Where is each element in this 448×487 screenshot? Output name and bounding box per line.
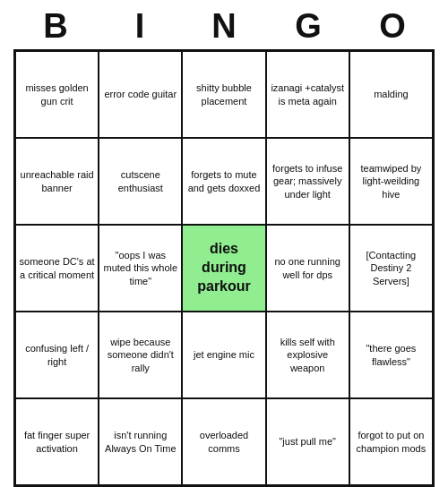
- bingo-cell-22[interactable]: overloaded comms: [182, 398, 265, 485]
- bingo-cell-14[interactable]: [Contacting Destiny 2 Servers]: [349, 225, 433, 312]
- bingo-cell-24[interactable]: forgot to put on champion mods: [349, 398, 433, 485]
- bingo-letter-n: N: [188, 7, 260, 46]
- bingo-letter-g: G: [272, 7, 344, 46]
- bingo-cell-23[interactable]: "just pull me": [266, 398, 349, 485]
- bingo-letter-i: I: [104, 7, 176, 46]
- bingo-cell-17[interactable]: jet engine mic: [182, 312, 265, 398]
- bingo-cell-19[interactable]: "there goes flawless": [349, 312, 433, 398]
- bingo-cell-20[interactable]: fat finger super activation: [15, 398, 99, 485]
- bingo-cell-7[interactable]: forgets to mute and gets doxxed: [182, 138, 265, 225]
- bingo-cell-16[interactable]: wipe because someone didn't rally: [99, 312, 182, 398]
- bingo-letter-b: B: [20, 7, 91, 46]
- bingo-cell-9[interactable]: teamwiped by light-weilding hive: [349, 138, 433, 225]
- bingo-cell-0[interactable]: misses golden gun crit: [15, 51, 99, 138]
- bingo-header: BINGO: [13, 0, 435, 49]
- bingo-grid: misses golden gun criterror code guitars…: [13, 49, 435, 487]
- bingo-cell-4[interactable]: malding: [349, 51, 433, 138]
- bingo-cell-2[interactable]: shitty bubble placement: [182, 51, 265, 138]
- bingo-cell-10[interactable]: someone DC's at a critical moment: [15, 225, 99, 312]
- bingo-cell-15[interactable]: confusing left / right: [15, 312, 99, 398]
- bingo-cell-5[interactable]: unreachable raid banner: [15, 138, 99, 225]
- bingo-letter-o: O: [357, 7, 428, 46]
- bingo-cell-6[interactable]: cutscene enthusiast: [99, 138, 182, 225]
- bingo-cell-3[interactable]: izanagi +catalyst is meta again: [266, 51, 349, 138]
- bingo-cell-13[interactable]: no one running well for dps: [266, 225, 349, 312]
- bingo-cell-12[interactable]: dies during parkour: [182, 225, 265, 312]
- bingo-cell-8[interactable]: forgets to infuse gear; massively under …: [266, 138, 349, 225]
- bingo-cell-11[interactable]: "oops I was muted this whole time": [99, 225, 182, 312]
- bingo-cell-21[interactable]: isn't running Always On Time: [99, 398, 182, 485]
- bingo-cell-1[interactable]: error code guitar: [99, 51, 182, 138]
- bingo-cell-18[interactable]: kills self with explosive weapon: [266, 312, 349, 398]
